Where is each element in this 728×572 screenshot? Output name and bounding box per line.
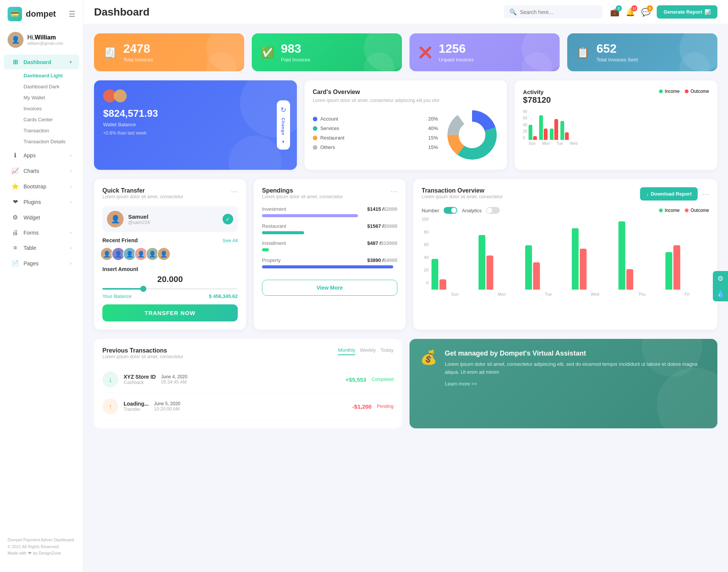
download-report-button[interactable]: ↓ Download Report: [640, 187, 698, 201]
trans-amount: -$1,200: [352, 403, 372, 410]
sidebar-item-charts[interactable]: 📈 Charts ›: [4, 163, 79, 178]
sub-transaction-details[interactable]: Transaction Details: [20, 136, 83, 147]
chevron-right-icon: ›: [70, 230, 72, 235]
activity-legend: Income Outcome: [659, 89, 709, 94]
sidebar-item-bootstrap[interactable]: ⭐ Bootstrap ›: [4, 179, 79, 194]
wallet-label: Wallet Balance: [103, 122, 288, 127]
sub-cards-center[interactable]: Cards Center: [20, 114, 83, 125]
brand-name: Dompet Payment Admin Dashboard: [8, 537, 75, 544]
change-button[interactable]: ↻ Change ▾: [277, 100, 290, 150]
stat-info: 652 Total Invoices Sent: [596, 42, 638, 63]
hamburger-icon[interactable]: ☰: [69, 9, 75, 19]
heart-icon: ❤: [28, 550, 31, 557]
logo-icon: 💳: [8, 7, 22, 21]
tab-monthly[interactable]: Monthly: [338, 347, 355, 355]
payment-icon: ↑: [102, 398, 118, 414]
settings-button[interactable]: ⚙: [713, 271, 728, 286]
page-title: Dashboard: [94, 6, 496, 18]
search-input[interactable]: [520, 9, 596, 15]
trans-name: XYZ Store ID: [124, 374, 156, 380]
transaction-legend: Income Outcome: [659, 208, 709, 213]
table-row: ↓ XYZ Store ID Cashback June 4, 2020 05:…: [102, 366, 394, 393]
view-more-button[interactable]: View More: [262, 280, 397, 296]
sidebar-item-pages[interactable]: 📄 Pages ›: [4, 256, 79, 271]
sub-dashboard-light[interactable]: Dashboard Light: [20, 70, 83, 81]
sub-my-wallet[interactable]: My Wallet: [20, 92, 83, 103]
analytics-toggle-switch[interactable]: [486, 207, 500, 214]
see-all-link[interactable]: See All: [223, 238, 238, 243]
table-row: ↑ Loading... Transfer June 5, 2020 10:20…: [102, 393, 394, 420]
amount-slider[interactable]: [102, 288, 238, 290]
main-content: Dashboard 🔍 💼2 🔔12 💬5 Generate Report 📊: [83, 0, 728, 572]
wallet-icon-btn[interactable]: 💼2: [610, 8, 620, 17]
trans-type: Transfer: [124, 407, 149, 412]
chevron-right-icon: ›: [70, 261, 72, 266]
spend-item: Installment$487 /$10000: [262, 240, 397, 251]
tab-today[interactable]: Today: [380, 347, 394, 355]
bar-labels: SunMonTueWed: [529, 141, 709, 146]
sidebar-item-table[interactable]: ≡ Table ›: [4, 241, 79, 255]
overview-row: Account 20%: [313, 116, 438, 122]
forms-icon: 🖨: [11, 229, 19, 236]
virtual-assistant-card: 💰 Get managed by Dompet's Virtual Assist…: [410, 339, 717, 428]
sidebar-item-apps[interactable]: ℹ Apps ›: [4, 148, 79, 163]
overview-row: Services 40%: [313, 125, 438, 131]
sub-invoices[interactable]: Invoices: [20, 103, 83, 114]
refresh-icon: ↻: [281, 106, 286, 114]
outcome-label: Outcome: [690, 89, 709, 94]
copyright: © 2021 All Rights Reserved: [8, 544, 75, 550]
sidebar-item-widget[interactable]: ⚙ Widget: [4, 210, 79, 225]
donut-chart: [446, 108, 499, 161]
sidebar-logo: 💳 dompet ☰: [0, 0, 83, 28]
plugins-icon: ❤: [11, 198, 19, 205]
friend-avatar[interactable]: 👤: [157, 247, 171, 261]
trans-time: 05:34:45 AM: [161, 379, 187, 385]
paid-icon: ✅: [261, 46, 274, 59]
search-box: 🔍: [504, 5, 602, 19]
overview-desc: Lorem ipsum dolor sit amet, consectetur …: [313, 98, 499, 103]
income-label: Income: [665, 89, 679, 94]
sidebar-item-forms[interactable]: 🖨 Forms ›: [4, 226, 79, 240]
spendings-title: Spendings: [262, 187, 343, 194]
chevron-down-icon: ▾: [69, 60, 72, 65]
generate-report-button[interactable]: Generate Report 📊: [657, 5, 717, 19]
outcome-label: Outcome: [690, 208, 709, 213]
water-drop-button[interactable]: 💧: [713, 286, 728, 301]
spending-items: Investment$1415 /$2000 Restaurant$1567 /…: [262, 206, 397, 268]
transaction-overview-card: Transaction Overview Lorem ipsum dolor s…: [413, 179, 717, 330]
sidebar-item-dashboard[interactable]: ⊞ Dashboard ▾: [4, 55, 79, 69]
more-options-button[interactable]: ⋯: [702, 190, 709, 198]
number-toggle-switch[interactable]: [444, 207, 457, 214]
sidebar-item-plugins[interactable]: ❤ Plugins ›: [4, 194, 79, 209]
spend-amount: $3890 /$4000: [367, 257, 397, 263]
bootstrap-icon: ⭐: [11, 183, 19, 190]
unpaid-icon: ❌: [419, 46, 432, 59]
transfer-avatar: 👤: [107, 211, 124, 227]
chat-icon-btn[interactable]: 💬5: [641, 8, 651, 17]
income-label: Income: [665, 208, 679, 213]
bell-icon-btn[interactable]: 🔔12: [626, 8, 635, 17]
spendings-card: Spendings Lorem ipsum dolor sit amet, co…: [254, 179, 406, 330]
more-options-button[interactable]: ⋯: [231, 187, 238, 196]
sub-dashboard-dark[interactable]: Dashboard Dark: [20, 81, 83, 92]
spend-label: Restaurant: [262, 223, 286, 229]
content-area: 🧾 2478 Total Invoices ✅ 983 Paid Invoice…: [83, 24, 728, 437]
activity-chart: 806040200 SunMonTueWed: [523, 110, 709, 146]
tab-weekly[interactable]: Weekly: [360, 347, 376, 355]
transaction-tabs: Monthly Weekly Today: [338, 347, 394, 355]
more-options-button[interactable]: ⋯: [391, 187, 397, 196]
table-icon: ≡: [11, 244, 19, 251]
transfer-now-button[interactable]: TRANSFER NOW: [102, 304, 238, 321]
invoice-icon: 🧾: [103, 46, 116, 59]
search-icon: 🔍: [509, 8, 517, 16]
chevron-right-icon: ›: [70, 199, 72, 205]
chevron-right-icon: ›: [70, 153, 72, 158]
trans-datetime: June 4, 2020 05:34:45 AM: [161, 374, 187, 385]
stat-label: Paid Invoices: [281, 57, 310, 63]
sub-transaction[interactable]: Transaction: [20, 125, 83, 136]
spend-item: Property$3890 /$4000: [262, 257, 397, 268]
chevron-right-icon: ›: [70, 168, 72, 174]
bell-badge: 12: [631, 5, 637, 11]
overview-row: Others 15%: [313, 144, 438, 150]
download-report-label: Download Report: [651, 191, 692, 197]
